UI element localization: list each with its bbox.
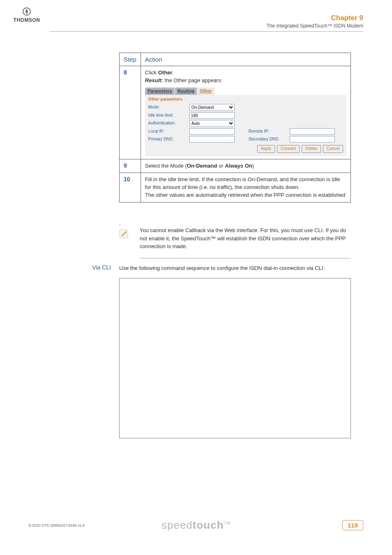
panel-title: Other parameters bbox=[148, 97, 343, 103]
chapter-title: Chapter 9 bbox=[267, 14, 363, 22]
tab-parameters[interactable]: Parameters bbox=[145, 88, 175, 95]
page-footer: E-DOC-CTC-20051017-0155 v1.0 speedtouchT… bbox=[29, 520, 363, 530]
page-number: 119 bbox=[342, 520, 363, 530]
speedtouch-logo: speedtouchTM bbox=[161, 519, 231, 532]
thomson-logo: THOMSON bbox=[12, 7, 41, 23]
via-cli-intro: Use the following command sequence to co… bbox=[119, 264, 351, 272]
cli-codebox bbox=[119, 278, 351, 438]
step-number: 8 bbox=[120, 66, 141, 159]
footer-doc-id: E-DOC-CTC-20051017-0155 v1.0 bbox=[29, 523, 85, 527]
idle-input[interactable] bbox=[189, 112, 235, 119]
idle-label: Idle time limit: bbox=[148, 113, 186, 119]
cancel-button[interactable]: Cancel bbox=[323, 145, 343, 153]
table-row: 10 Fill in the idle time limit. If the c… bbox=[120, 173, 351, 203]
primdns-input[interactable] bbox=[189, 136, 235, 143]
panel-buttons: Apply Connect Delete Cancel bbox=[148, 145, 343, 153]
chapter-subtitle: The Integrated SpeedTouch™ ISDN Modem bbox=[267, 23, 363, 29]
other-panel: Other parameters Mode: On-Demand Idle ti… bbox=[145, 95, 346, 156]
secdns-input[interactable] bbox=[290, 136, 335, 143]
secdns-label: Secondary DNS: bbox=[249, 136, 286, 143]
step-action: Click Other. Result: the Other page appe… bbox=[141, 66, 350, 159]
table-row: 9 Select the Mode (On-Demand or Always O… bbox=[120, 159, 351, 173]
delete-button[interactable]: Delete bbox=[302, 145, 321, 153]
mode-select[interactable]: On-Demand bbox=[189, 104, 235, 111]
page-header: Chapter 9 The Integrated SpeedTouch™ ISD… bbox=[267, 14, 363, 29]
via-cli-label: Via CLI bbox=[82, 264, 111, 271]
step-action: Fill in the idle time limit. If the conn… bbox=[141, 173, 350, 203]
steps-table: Step Action 8 Click Other. Result: the O… bbox=[119, 53, 351, 203]
via-cli-body: Use the following command sequence to co… bbox=[119, 264, 351, 438]
tab-other[interactable]: Other bbox=[197, 88, 214, 95]
step-number: 9 bbox=[120, 159, 141, 173]
mode-label: Mode: bbox=[148, 104, 186, 111]
table-row: 8 Click Other. Result: the Other page ap… bbox=[120, 66, 351, 159]
note-block: . You cannot enable Callback via the Web… bbox=[119, 220, 351, 263]
auth-select[interactable]: Auto bbox=[189, 120, 235, 127]
thomson-icon bbox=[21, 7, 32, 16]
embedded-tabbar: ParametersRoutingOther bbox=[145, 87, 346, 95]
localip-input[interactable] bbox=[189, 128, 235, 135]
remoteip-label: Remote IP: bbox=[249, 129, 286, 135]
tab-routing[interactable]: Routing bbox=[175, 88, 197, 95]
step-number: 10 bbox=[120, 173, 141, 203]
primdns-label: Primary DNS: bbox=[148, 136, 186, 143]
col-step: Step bbox=[120, 53, 141, 66]
note-rule bbox=[140, 258, 351, 258]
connect-button[interactable]: Connect bbox=[277, 145, 300, 153]
brand-text: THOMSON bbox=[12, 17, 41, 23]
remoteip-input[interactable] bbox=[290, 128, 335, 135]
note-dot: . bbox=[119, 220, 351, 226]
note-text: You cannot enable Callback via the Web i… bbox=[140, 226, 351, 251]
step-action: Select the Mode (On-Demand or Always On) bbox=[141, 159, 350, 173]
main-content: Step Action 8 Click Other. Result: the O… bbox=[119, 53, 351, 203]
header-rule bbox=[49, 31, 363, 32]
auth-label: Authentication: bbox=[148, 120, 186, 127]
col-action: Action bbox=[141, 53, 350, 66]
localip-label: Local IP: bbox=[148, 129, 186, 135]
pencil-icon bbox=[119, 229, 128, 238]
apply-button[interactable]: Apply bbox=[257, 145, 275, 153]
via-cli-section: Via CLI Use the following command sequen… bbox=[82, 264, 351, 438]
